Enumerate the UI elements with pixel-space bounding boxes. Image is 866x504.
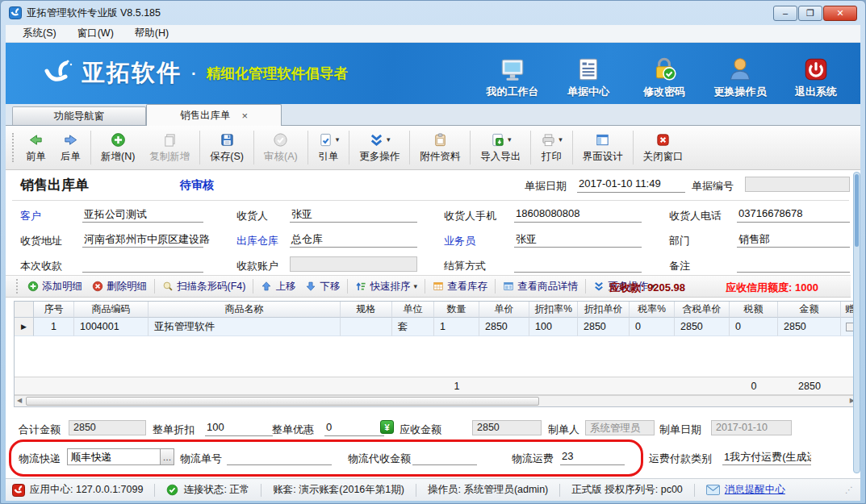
tab-close-icon[interactable]: ×: [241, 110, 248, 121]
document-center-icon: [575, 56, 602, 83]
track-no-field[interactable]: [227, 448, 332, 465]
cell-tax[interactable]: 0: [730, 318, 778, 336]
freight-paytype-field[interactable]: 1我方付运费(生成运: [722, 448, 811, 465]
cell-name[interactable]: 亚拓管理软件: [149, 318, 341, 336]
whole-discount-field[interactable]: 100: [205, 419, 273, 436]
col-tax-price[interactable]: 含税单价: [675, 302, 730, 318]
mobile-field[interactable]: 18608080808: [514, 206, 642, 223]
add-line-button[interactable]: 添加明细: [23, 278, 87, 295]
salesman-field[interactable]: 张亚: [514, 231, 642, 248]
add-button[interactable]: 新增(N): [94, 129, 142, 166]
col-seq[interactable]: 序号: [34, 302, 74, 318]
delete-line-button[interactable]: 删除明细: [87, 278, 152, 295]
freight-field[interactable]: 23: [560, 448, 625, 465]
cell-qty[interactable]: 1: [434, 318, 479, 336]
col-tax[interactable]: 税额: [730, 302, 778, 318]
customer-label[interactable]: 客户: [20, 209, 41, 223]
salesman-label[interactable]: 业务员: [444, 234, 475, 248]
express-field[interactable]: 顺丰快递: [67, 448, 161, 465]
scan-barcode-button[interactable]: 扫描条形码(F4): [157, 278, 250, 295]
horizontal-scrollbar[interactable]: ◀ ▶: [15, 395, 857, 406]
view-stock-button[interactable]: 查看库存: [428, 278, 492, 295]
doc-date-field[interactable]: 2017-01-10 11:49: [577, 176, 685, 193]
change-password-button[interactable]: 修改密码: [630, 56, 699, 99]
exit-system-icon: [802, 56, 830, 83]
brand-logo: 亚拓软件 · 精细化管理软件倡导者: [41, 57, 348, 90]
col-tax-rate[interactable]: 税率%: [630, 302, 675, 318]
cell-discount-price[interactable]: 2850: [578, 318, 630, 336]
resize-grip[interactable]: ⋰: [845, 485, 854, 494]
ui-design-button[interactable]: 界面设计: [575, 129, 630, 166]
dept-field[interactable]: 销售部: [737, 231, 850, 248]
copy-add-button[interactable]: 复制新增: [142, 129, 197, 166]
message-center-link[interactable]: 消息提醒中心: [725, 483, 785, 497]
consignee-field[interactable]: 张亚: [290, 206, 417, 223]
quick-sort-button[interactable]: 快速排序 ▾: [350, 278, 422, 295]
customer-field[interactable]: 亚拓公司测试: [82, 206, 203, 223]
warehouse-label[interactable]: 出库仓库: [236, 234, 278, 248]
col-discount-rate[interactable]: 折扣率%: [529, 302, 578, 318]
receivable-amount-label: 应收金额: [400, 423, 441, 437]
import-export-button[interactable]: ▾ 导入导出: [473, 129, 528, 166]
whole-promo-field[interactable]: 0: [324, 419, 384, 436]
menu-system[interactable]: 系统(S): [12, 25, 67, 42]
make-date-field: 2017-01-10: [711, 420, 792, 435]
express-browse-button[interactable]: …: [161, 448, 174, 465]
cell-seq[interactable]: 1: [34, 318, 74, 336]
close-button[interactable]: ✕: [823, 6, 857, 21]
audit-button[interactable]: 审核(A): [257, 129, 305, 166]
save-button[interactable]: 保存(S): [203, 129, 251, 166]
detail-toolbar-drag-handle[interactable]: [16, 279, 19, 294]
tab-nav-panel[interactable]: 功能导航窗: [12, 106, 146, 125]
toolbar-drag-handle[interactable]: [12, 133, 15, 162]
col-amount[interactable]: 金额: [778, 302, 841, 318]
address-field[interactable]: 河南省郑州市中原区建设路: [82, 231, 203, 248]
warehouse-field[interactable]: 总仓库: [290, 231, 417, 248]
menu-help[interactable]: 帮助(H): [124, 25, 179, 42]
exit-system-button[interactable]: 退出系统: [781, 56, 851, 99]
cod-field[interactable]: [412, 448, 477, 465]
app-center-text: 应用中心: 127.0.0.1:7099: [30, 483, 143, 497]
menu-window[interactable]: 窗口(W): [67, 25, 124, 42]
switch-operator-button[interactable]: 更换操作员: [705, 56, 775, 99]
settle-field[interactable]: [514, 256, 642, 273]
cell-spec[interactable]: [341, 318, 392, 336]
col-code[interactable]: 商品编码: [74, 302, 149, 318]
move-up-button[interactable]: 上移: [256, 278, 300, 295]
col-discount-price[interactable]: 折扣单价: [578, 302, 630, 318]
attachment-button[interactable]: 附件资料: [412, 129, 467, 166]
next-doc-button[interactable]: 后单: [53, 129, 88, 166]
cell-code[interactable]: 1004001: [74, 318, 149, 336]
minimize-button[interactable]: –: [773, 6, 797, 21]
col-qty[interactable]: 数量: [434, 302, 479, 318]
tab-sales-delivery[interactable]: 销售出库单 ×: [146, 104, 282, 126]
print-button[interactable]: ▾ 打印: [533, 129, 570, 166]
col-spec[interactable]: 规格: [341, 302, 392, 318]
prev-doc-button[interactable]: 前单: [19, 129, 53, 166]
close-window-button[interactable]: 关闭窗口: [636, 129, 691, 166]
move-down-button[interactable]: 下移: [300, 278, 345, 295]
cell-tax-rate[interactable]: 0: [630, 318, 675, 336]
cell-tax-price[interactable]: 2850: [675, 318, 730, 336]
scrollbar-thumb[interactable]: [26, 397, 539, 406]
payment-field[interactable]: [82, 256, 203, 273]
col-unit[interactable]: 单位: [392, 302, 434, 318]
cell-price[interactable]: 2850: [479, 318, 529, 336]
cell-unit[interactable]: 套: [392, 318, 434, 336]
workstation-button[interactable]: 我的工作台: [478, 56, 547, 99]
cell-discount-rate[interactable]: 100: [529, 318, 578, 336]
remark-field[interactable]: [737, 256, 850, 273]
scroll-left-icon[interactable]: ◀: [17, 398, 22, 404]
vertical-scrollbar[interactable]: [853, 172, 860, 473]
cell-amount[interactable]: 2850: [778, 318, 841, 336]
view-product-detail-button[interactable]: 查看商品详情: [498, 278, 583, 295]
col-name[interactable]: 商品名称: [149, 302, 341, 318]
col-price[interactable]: 单价: [479, 302, 529, 318]
document-center-button[interactable]: 单据中心: [554, 56, 623, 99]
scrollbar-thumb[interactable]: [855, 174, 859, 247]
pull-doc-button[interactable]: ▾ 引单: [311, 129, 347, 166]
connection-status: 连接状态: 正常: [183, 483, 249, 497]
phone-field[interactable]: 03716678678: [737, 206, 850, 223]
maximize-button[interactable]: ❐: [798, 6, 822, 21]
more-ops-button[interactable]: ▾ 更多操作: [352, 129, 407, 166]
